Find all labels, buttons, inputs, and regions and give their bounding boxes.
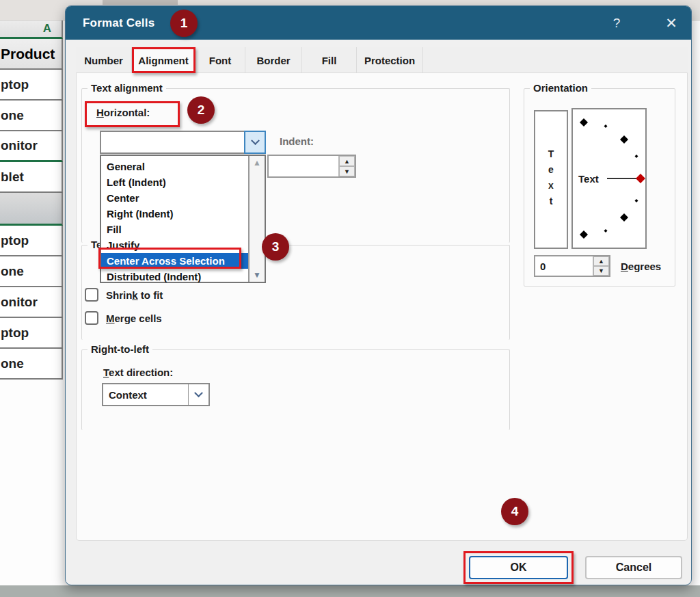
close-icon: ✕: [665, 15, 677, 31]
orientation-dial-graphic: Text: [573, 109, 645, 248]
shrink-pre: Shrin: [106, 289, 132, 301]
merge-cells-checkbox-row[interactable]: Merge cells: [85, 311, 162, 325]
orientation-group-label: Orientation: [530, 82, 591, 94]
text-direction-accel: T: [103, 367, 109, 378]
dropdown-option-fill[interactable]: Fill: [101, 222, 248, 237]
shrink-to-fit-checkbox[interactable]: [85, 288, 98, 302]
shrink-rest: to fit: [138, 289, 163, 301]
indent-spinner[interactable]: ▲ ▼: [267, 155, 356, 178]
text-direction-combobox[interactable]: Context: [102, 383, 210, 406]
chevron-down-icon: [194, 388, 203, 397]
annotation-box-alignment-tab: [132, 47, 196, 73]
degrees-value: 0: [535, 256, 593, 276]
merge-rest: erge cells: [115, 313, 162, 324]
down-arrow-icon: ▼: [598, 267, 604, 274]
table-row[interactable]: onitor: [0, 287, 63, 318]
text-direction-rest: ext direction:: [109, 367, 173, 378]
degrees-up-button[interactable]: ▲: [593, 256, 609, 266]
table-row[interactable]: ptop: [0, 318, 63, 349]
format-cells-dialog: Format Cells ? ✕ Number Alignment Font B…: [65, 5, 692, 585]
up-arrow-icon: ▲: [344, 158, 350, 165]
help-icon: ?: [613, 16, 621, 31]
degrees-accel: D: [621, 261, 628, 272]
tab-border[interactable]: Border: [245, 47, 302, 73]
annotation-step-4: 4: [501, 498, 528, 525]
indent-up-button[interactable]: ▲: [339, 156, 355, 166]
annotation-box-ok: [463, 551, 574, 584]
horizontal-combobox-dropdown-button[interactable]: [244, 131, 266, 154]
annotation-step-1: 1: [170, 10, 198, 37]
text-direction-value: Context: [103, 389, 188, 401]
dropdown-option-center[interactable]: Center: [101, 190, 248, 206]
up-arrow-icon: ▲: [598, 258, 604, 265]
shrink-to-fit-label: Shrink to fit: [106, 289, 163, 301]
table-row[interactable]: Product: [0, 39, 63, 70]
merge-cells-label: Merge cells: [106, 313, 162, 324]
ribbon-fragment: [103, 0, 178, 5]
degrees-spinner[interactable]: 0 ▲ ▼: [534, 255, 610, 277]
indent-down-button[interactable]: ▼: [339, 166, 355, 176]
help-button[interactable]: ?: [600, 6, 633, 40]
merge-cells-checkbox[interactable]: [85, 311, 98, 325]
shrink-accel: k: [132, 289, 137, 301]
table-row[interactable]: blet: [0, 162, 63, 193]
text-direction-dropdown-button[interactable]: [188, 384, 208, 405]
chevron-down-icon: [251, 136, 260, 145]
dialog-title: Format Cells: [83, 16, 154, 30]
dialog-title-bar[interactable]: Format Cells ? ✕: [66, 6, 691, 40]
screen: A Product ptop one onitor blet ptop one …: [0, 0, 700, 597]
dropdown-option-distributed-indent[interactable]: Distributed (Indent): [101, 269, 248, 284]
indent-label: Indent:: [280, 135, 314, 147]
text-alignment-group-label: Text alignment: [88, 82, 166, 94]
shrink-to-fit-checkbox-row[interactable]: Shrink to fit: [85, 288, 163, 302]
table-row[interactable]: one: [0, 349, 63, 380]
merge-accel: M: [106, 313, 115, 324]
taskbar-strip: [0, 585, 700, 597]
right-to-left-group-label: Right-to-left: [88, 343, 152, 355]
orientation-dial[interactable]: Text: [571, 108, 647, 249]
tab-protection[interactable]: Protection: [357, 47, 423, 73]
column-a-header[interactable]: A: [0, 21, 63, 39]
table-row[interactable]: one: [0, 101, 63, 131]
annotation-step-2: 2: [187, 96, 215, 124]
dropdown-option-right-indent[interactable]: Right (Indent): [101, 206, 248, 222]
table-row[interactable]: ptop: [0, 70, 63, 101]
dropdown-scrollbar[interactable]: ▲ ▼: [248, 156, 265, 282]
table-row[interactable]: ptop: [0, 226, 63, 256]
dropdown-option-left-indent[interactable]: Left (Indent): [101, 174, 248, 190]
annotation-step-3: 3: [262, 233, 289, 261]
indent-value: [269, 156, 338, 176]
dropdown-option-general[interactable]: General: [101, 159, 248, 174]
spreadsheet: A Product ptop one onitor blet ptop one …: [0, 21, 63, 380]
text-direction-label: Text direction:: [103, 367, 173, 378]
table-row[interactable]: onitor: [0, 131, 63, 162]
cancel-button[interactable]: Cancel: [585, 556, 682, 579]
down-arrow-icon: ▼: [344, 168, 350, 175]
horizontal-combobox[interactable]: [100, 131, 266, 154]
orientation-vertical-text-box[interactable]: Text: [534, 110, 568, 249]
close-button[interactable]: ✕: [655, 6, 688, 40]
degrees-rest: egrees: [628, 261, 661, 272]
degrees-down-button[interactable]: ▼: [593, 266, 609, 276]
degrees-label: Degrees: [621, 261, 661, 272]
scroll-up-icon[interactable]: ▲: [253, 158, 261, 168]
table-row[interactable]: one: [0, 256, 63, 287]
scroll-down-icon[interactable]: ▼: [253, 270, 261, 280]
tab-font[interactable]: Font: [196, 47, 245, 73]
orientation-dial-text: Text: [578, 173, 599, 185]
tab-fill[interactable]: Fill: [302, 47, 357, 73]
annotation-box-center-across-selection: [98, 248, 241, 269]
table-row-selected-gray[interactable]: [0, 193, 63, 226]
annotation-box-horizontal: [85, 101, 180, 127]
orientation-vertical-text: Text: [546, 148, 556, 211]
tab-number[interactable]: Number: [76, 47, 132, 73]
